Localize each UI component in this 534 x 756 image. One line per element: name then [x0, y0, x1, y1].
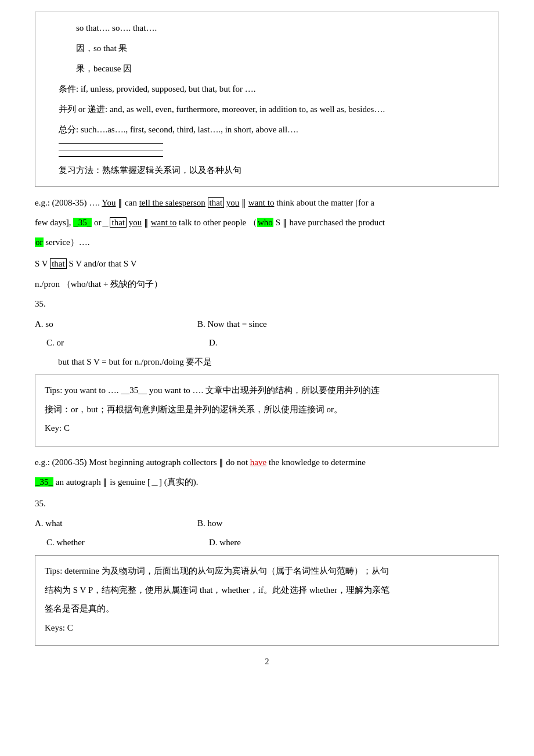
eg1-section: e.g.: (2008-35) …. You ‖ can tell the sa…: [35, 194, 499, 251]
eg1-line2: few days], _35_ or＿that you ‖ want to ta…: [35, 214, 499, 231]
sv-that: that: [50, 258, 67, 269]
tips2-key-text: Keys: C: [45, 623, 73, 632]
q35-label: 35.: [35, 299, 46, 308]
eg1-want2: want to: [151, 218, 177, 227]
q35-options-row2: C. or D.: [35, 334, 499, 351]
cause-result-line1: 因，so that 果: [76, 41, 487, 56]
tips1-key-text: Key: C: [45, 423, 70, 433]
q35b-number: 35.: [35, 495, 499, 512]
eg2-section: e.g.: (2006-35) Most beginning autograph…: [35, 453, 499, 491]
sv-text: S V: [35, 259, 50, 268]
eg1-you2: you: [226, 198, 240, 207]
q35-optD-text: D.: [209, 338, 218, 347]
q35-optC: C. or: [46, 334, 209, 351]
eg1-service: service）….: [44, 237, 90, 247]
review-method: 复习方法：熟练掌握逻辑关系词，以及各种从句: [59, 163, 487, 178]
npron-line: n./pron （who/that + 残缺的句子）: [35, 276, 499, 293]
npron-text: n./pron （who/that + 残缺的句子）: [35, 279, 163, 289]
eg2-text2: the knowledge to determine: [266, 458, 366, 467]
eg1-text7: talk to other people （: [176, 218, 257, 227]
eg2-line1: e.g.: (2006-35) Most beginning autograph…: [35, 453, 499, 471]
eg1-blank35: _35_: [73, 218, 92, 227]
tips2-text2: 结构为 S V P，结构完整，使用从属连词 that，whether，if。此处…: [45, 585, 389, 595]
q35-optD: D.: [209, 334, 499, 351]
summary-line: 总分: such….as…., first, second, third, la…: [59, 122, 487, 138]
sv-line: S V that S V and/or that S V: [35, 255, 499, 272]
so-that-text: so that…. so…. that….: [76, 23, 157, 33]
q35b-options-row2: C. whether D. where: [35, 534, 499, 551]
eg1-line1: e.g.: (2008-35) …. You ‖ can tell the sa…: [35, 194, 499, 211]
q35b-optD: D. where: [209, 534, 499, 551]
q35-optC-text: C. or: [46, 338, 64, 347]
box-section-1: so that…. so…. that…. 因，so that 果 果，beca…: [35, 12, 499, 187]
but-that-text: but that S V = but for n./pron./doing 要不…: [58, 357, 212, 366]
tips2-line3: 签名是否是真的。: [45, 600, 489, 617]
q35-number: 35.: [35, 296, 499, 312]
eg2-have: have: [250, 458, 266, 467]
q35b-optA: A. what: [35, 515, 197, 532]
page-number: 2: [35, 657, 499, 667]
eg2-label: e.g.: (2006-35) Most beginning autograph…: [35, 458, 250, 467]
q35b-optB-text: B. how: [197, 519, 222, 528]
q35b-optC: C. whether: [46, 534, 209, 551]
tips2-text3: 签名是否是真的。: [45, 604, 114, 613]
parallel-line: 并列 or 递进: and, as well, even, furthermor…: [59, 102, 487, 117]
divider-line-2: [59, 150, 163, 150]
tips2-text1: Tips: determine 为及物动词，后面出现的从句应为宾语从句（属于名词…: [45, 566, 389, 575]
eg1-you: You: [102, 198, 116, 207]
q35b-optD-text: D. where: [209, 538, 241, 547]
q35b-optB: B. how: [197, 515, 499, 532]
page-number-text: 2: [265, 657, 269, 666]
eg2-line2: _35_ an autograph ‖ is genuine [＿] (真实的)…: [35, 473, 499, 491]
tips2-line1: Tips: determine 为及物动词，后面出现的从句应为宾语从句（属于名词…: [45, 563, 489, 579]
eg1-space2: ＿: [101, 218, 110, 227]
divider-line-1: [59, 143, 163, 144]
tips1-line2: 接词：or，but；再根据句意判断这里是并列的逻辑关系，所以使用连接词 or。: [45, 401, 489, 418]
eg1-that1: that: [208, 197, 225, 208]
tips2-line2: 结构为 S V P，结构完整，使用从属连词 that，whether，if。此处…: [45, 582, 489, 599]
eg1-tell: tell the salesperson: [139, 198, 205, 207]
condition-text: 条件: if, unless, provided, supposed, but …: [59, 84, 256, 93]
q35-optB-text: B. Now that = since: [197, 319, 267, 329]
tips2-key: Keys: C: [45, 620, 489, 636]
eg1-text4: think about the matter [for a: [274, 198, 374, 207]
q35-options-row1: A. so B. Now that = since: [35, 316, 499, 333]
eg1-or: or: [92, 218, 101, 227]
condition-line: 条件: if, unless, provided, supposed, but …: [59, 81, 487, 97]
tips1-key: Key: C: [45, 420, 489, 437]
eg1-or2: or: [35, 237, 44, 247]
eg1-text6: ‖: [142, 218, 151, 227]
eg1-who: who: [257, 218, 273, 227]
eg1-that2: that: [110, 217, 127, 228]
review-method-text: 复习方法：熟练掌握逻辑关系词，以及各种从句: [59, 165, 241, 175]
so-that-line: so that…. so…. that….: [76, 20, 487, 36]
q35-optB: B. Now that = since: [197, 316, 499, 333]
eg1-you3: you: [129, 218, 142, 227]
eg1-label: e.g.: (2008-35) ….: [35, 198, 102, 207]
eg1-want: want to: [248, 198, 275, 207]
eg1-text3: ‖: [239, 198, 248, 207]
eg1-text1: ‖ can: [116, 198, 139, 207]
q35b-optC-text: C. whether: [46, 538, 85, 547]
q35-optA-text: A. so: [35, 319, 53, 329]
eg2-text3: an autograph ‖ is genuine [＿] (真实的).: [53, 477, 199, 487]
q35b-label: 35.: [35, 499, 46, 508]
tips-box-1: Tips: you want to …. __35__ you want to …: [35, 375, 499, 447]
tips1-line1: Tips: you want to …. __35__ you want to …: [45, 382, 489, 399]
cause-result-line2: 果，because 因: [76, 61, 487, 77]
tips-box-2: Tips: determine 为及物动词，后面出现的从句应为宾语从句（属于名词…: [35, 555, 499, 646]
cause-result-text2: 果，because 因: [76, 64, 132, 73]
cause-result-text1: 因，so that 果: [76, 44, 127, 53]
summary-text: 总分: such….as…., first, second, third, la…: [59, 125, 298, 134]
q35-optA: A. so: [35, 316, 197, 333]
q35b-options-row1: A. what B. how: [35, 515, 499, 532]
sv-text2: S V and/or that S V: [67, 259, 137, 268]
q35b-optA-text: A. what: [35, 519, 63, 528]
eg1-fewdays: few days],: [35, 218, 73, 227]
parallel-text: 并列 or 递进: and, as well, even, furthermor…: [59, 105, 385, 114]
tips1-text1: Tips: you want to …. __35__ you want to …: [45, 386, 380, 395]
tips1-text2: 接词：or，but；再根据句意判断这里是并列的逻辑关系，所以使用连接词 or。: [45, 405, 342, 414]
divider-line-3: [59, 156, 163, 157]
eg1-line3: or service）….: [35, 233, 499, 251]
page-content: so that…. so…. that…. 因，so that 果 果，beca…: [35, 12, 499, 667]
